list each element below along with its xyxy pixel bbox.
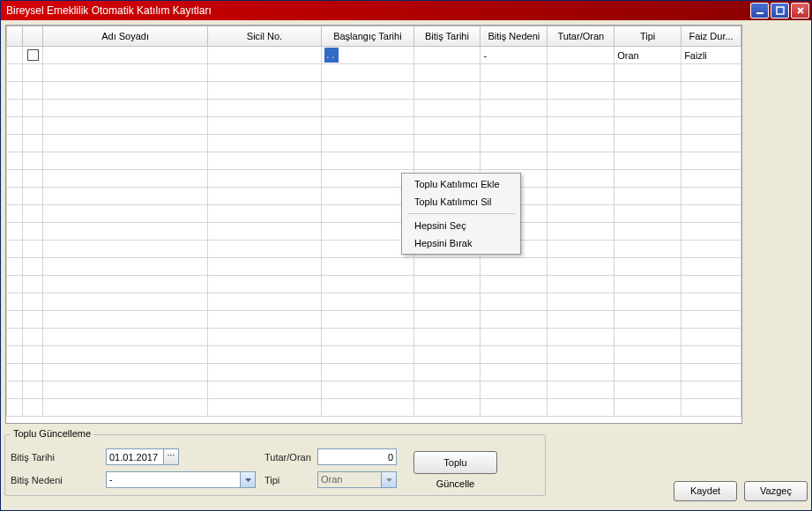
footer-buttons: Kaydet Vazgeç — [674, 481, 808, 501]
svg-rect-0 — [756, 12, 764, 14]
table-row[interactable] — [7, 293, 741, 311]
table-row[interactable] — [7, 117, 741, 135]
col-end[interactable]: Bitiş Tarihi — [413, 26, 480, 47]
close-button[interactable] — [791, 3, 809, 19]
type-label: Tipi — [264, 475, 317, 485]
fieldset-legend: Toplu Güncelleme — [11, 428, 93, 439]
bottom-panel: Toplu Güncelleme Bitiş Tarihi ··· Bitiş … — [4, 434, 808, 505]
row-checkbox[interactable] — [27, 49, 39, 61]
menu-separator — [407, 213, 515, 214]
table-row[interactable] — [7, 152, 741, 170]
chevron-down-icon — [381, 472, 396, 487]
table-row[interactable] — [7, 329, 741, 346]
chevron-down-icon — [240, 472, 255, 487]
col-faiz[interactable]: Faiz Dur... — [682, 26, 741, 47]
cell-start[interactable]: . . — [322, 47, 413, 64]
grid-header-row: Adı Soyadı Sicil No. Başlangıç Tarihi Bi… — [7, 26, 741, 47]
table-row[interactable] — [7, 241, 741, 258]
menu-add-bulk[interactable]: Toplu Katılımcı Ekle — [404, 175, 518, 193]
table-row[interactable] — [7, 364, 741, 381]
amount-label: Tutar/Oran — [264, 452, 317, 463]
cancel-button[interactable]: Vazgeç — [744, 481, 808, 501]
window-title: Bireysel Emeklilik Otomatik Katılım Kayı… — [6, 4, 750, 17]
col-checkbox[interactable] — [23, 26, 43, 47]
window-buttons — [750, 3, 809, 19]
amount-input[interactable] — [317, 448, 397, 465]
bulk-update-button[interactable]: Toplu Güncelle — [413, 451, 497, 474]
type-select: Oran — [317, 471, 397, 488]
table-row[interactable]: . . - Oran Faizli — [7, 47, 741, 64]
cell-faiz[interactable]: Faizli — [682, 47, 741, 64]
grid-table: Adı Soyadı Sicil No. Başlangıç Tarihi Bi… — [6, 26, 741, 417]
table-row[interactable] — [7, 64, 741, 82]
cell-end[interactable] — [413, 47, 480, 64]
cell-amount[interactable] — [548, 47, 615, 64]
table-row[interactable] — [7, 258, 741, 276]
table-row[interactable] — [7, 205, 741, 223]
table-row[interactable] — [7, 276, 741, 293]
col-type[interactable]: Tipi — [615, 26, 682, 47]
maximize-button[interactable] — [771, 3, 789, 19]
menu-select-all[interactable]: Hepsini Seç — [404, 217, 518, 234]
col-sicil[interactable]: Sicil No. — [207, 26, 322, 47]
table-row[interactable] — [7, 170, 741, 188]
svg-rect-1 — [777, 7, 784, 14]
table-row[interactable] — [7, 311, 741, 329]
col-name[interactable]: Adı Soyadı — [43, 26, 207, 47]
col-selector[interactable] — [7, 26, 23, 47]
table-row[interactable] — [7, 346, 741, 364]
menu-remove-bulk[interactable]: Toplu Katılımcı Sil — [404, 193, 518, 211]
table-row[interactable] — [7, 100, 741, 117]
cell-reason[interactable]: - — [480, 47, 548, 64]
context-menu: Toplu Katılımcı Ekle Toplu Katılımcı Sil… — [401, 173, 521, 255]
data-grid[interactable]: Adı Soyadı Sicil No. Başlangıç Tarihi Bi… — [5, 25, 742, 424]
end-date-picker-button[interactable]: ··· — [163, 448, 179, 465]
col-start[interactable]: Başlangıç Tarihi — [322, 26, 413, 47]
end-date-label: Bitiş Tarihi — [11, 452, 106, 463]
cell-name[interactable] — [43, 47, 207, 64]
col-reason[interactable]: Bitiş Nedeni — [480, 26, 548, 47]
reason-select[interactable]: - — [106, 471, 256, 488]
table-row[interactable] — [7, 188, 741, 205]
table-row[interactable] — [7, 135, 741, 152]
cell-type[interactable]: Oran — [615, 47, 682, 64]
titlebar: Bireysel Emeklilik Otomatik Katılım Kayı… — [1, 1, 811, 20]
table-row[interactable] — [7, 82, 741, 100]
reason-label: Bitiş Nedeni — [11, 475, 106, 485]
app-window: Bireysel Emeklilik Otomatik Katılım Kayı… — [0, 0, 812, 511]
grid-body: . . - Oran Faizli — [7, 47, 741, 417]
table-row[interactable] — [7, 381, 741, 399]
save-button[interactable]: Kaydet — [674, 481, 737, 501]
bulk-update-fieldset: Toplu Güncelleme Bitiş Tarihi ··· Bitiş … — [4, 434, 546, 496]
end-date-input[interactable] — [106, 448, 164, 465]
table-row[interactable] — [7, 399, 741, 417]
minimize-button[interactable] — [750, 3, 769, 19]
table-row[interactable] — [7, 223, 741, 241]
menu-deselect-all[interactable]: Hepsini Bırak — [404, 234, 518, 252]
content-area: Adı Soyadı Sicil No. Başlangıç Tarihi Bi… — [1, 20, 811, 510]
col-amount[interactable]: Tutar/Oran — [548, 26, 615, 47]
cell-sicil[interactable] — [207, 47, 322, 64]
